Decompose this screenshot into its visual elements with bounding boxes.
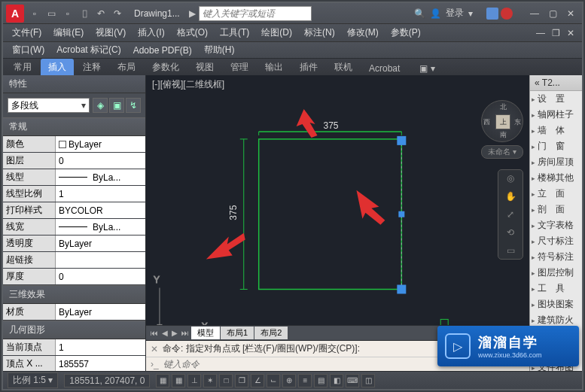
rp-item-7[interactable]: 剖 面 [530,202,582,217]
prop-thickness-value[interactable]: 0 [56,269,145,284]
dropdown-icon[interactable]: ▾ [468,8,473,19]
maximize-button[interactable]: ▢ [544,7,561,20]
orbit-icon[interactable]: ⟲ [507,227,514,238]
prop-transparency-value[interactable]: ByLayer [56,236,145,251]
prop-material-value[interactable]: ByLayer [56,304,145,320]
sc-icon[interactable]: ⌨ [346,374,359,387]
3dosnap-icon[interactable]: ❒ [235,374,248,387]
lwt-icon[interactable]: ≡ [298,374,312,387]
rp-item-6[interactable]: 立 面 [530,186,582,202]
tpy-icon[interactable]: ▤ [314,374,328,387]
menu-adobe-pdf[interactable]: Adobe PDF(B) [129,44,197,57]
rp-item-10[interactable]: 符号标注 [530,249,582,265]
cat-3d[interactable]: 三维效果 [3,285,145,304]
plot-icon[interactable]: ⌷ [77,6,92,21]
doc-restore[interactable]: ❐ [549,28,562,38]
help-icon[interactable] [501,8,513,20]
tab-manage[interactable]: 管理 [223,59,256,75]
select-objects-icon[interactable]: ▣ [109,98,124,113]
menu-view[interactable]: 视图(V) [91,25,130,41]
showmotion-icon[interactable]: ▭ [507,245,515,256]
menu-file[interactable]: 文件(F) [8,25,46,41]
rp-item-9[interactable]: 尺寸标注 [530,233,582,249]
object-type-combo[interactable]: 多段线 [8,98,90,113]
prop-lineweight-value[interactable]: ByLa... [56,219,145,235]
ortho-icon[interactable]: ⊥ [187,374,201,387]
steering-wheel-icon[interactable]: ◎ [507,173,514,184]
rp-item-5[interactable]: 楼梯其他 [530,170,582,186]
tab-plugins[interactable]: 插件 [292,59,325,75]
rp-item-12[interactable]: 工 具 [530,281,582,296]
menu-help[interactable]: 帮助(H) [200,42,239,58]
save-icon[interactable]: ▫ [60,6,75,21]
otrack-icon[interactable]: ∠ [251,374,264,387]
tab-online[interactable]: 联机 [327,59,360,75]
tab-last-icon[interactable]: ⏭ [180,329,190,337]
view-cube[interactable]: 北 南 西 东 上 未命名 ▾ [481,100,523,157]
menu-acrobat-mark[interactable]: Acrobat 标记(C) [52,42,125,58]
pan-icon[interactable]: ✋ [505,191,516,202]
open-icon[interactable]: ▭ [44,6,59,21]
rp-item-4[interactable]: 房间屋顶 [530,154,582,170]
close-cmd-icon[interactable]: ✕ [151,344,158,354]
tab-view[interactable]: 视图 [188,59,221,75]
prop-hyperlink-value[interactable] [56,252,145,268]
play-icon[interactable]: ▶ [189,8,196,19]
tab-expand[interactable]: ▣ ▾ [412,61,442,75]
tab-first-icon[interactable]: ⏮ [149,329,160,337]
doc-minimize[interactable]: — [534,28,547,38]
undo-icon[interactable]: ↶ [93,6,108,21]
am-icon[interactable]: ◫ [361,374,375,387]
rp-item-11[interactable]: 图层控制 [530,265,582,281]
tab-output[interactable]: 输出 [257,59,291,75]
rp-title-chevron[interactable]: « [535,77,540,88]
tab-annotate[interactable]: 注释 [75,59,108,75]
login-link[interactable]: 登录 [446,7,464,20]
tab-home[interactable]: 常用 [6,59,39,75]
menu-dimension[interactable]: 标注(N) [300,25,340,41]
tab-next-icon[interactable]: ▶ [170,329,179,337]
prop-linetype-value[interactable]: ByLa... [56,169,145,185]
menu-format[interactable]: 格式(O) [172,25,212,41]
menu-tools[interactable]: 工具(T) [215,25,254,41]
menu-edit[interactable]: 编辑(E) [49,25,88,41]
redo-icon[interactable]: ↷ [110,6,125,21]
tab-layout1[interactable]: 布局1 [221,327,254,339]
prop-curvertex-value[interactable]: 1 [56,339,145,355]
tab-layout[interactable]: 布局 [110,59,143,75]
close-button[interactable]: ✕ [562,7,579,20]
tab-acrobat[interactable]: Acrobat [361,61,407,75]
quick-select-icon[interactable]: ◈ [93,98,108,113]
qp-icon[interactable]: ◧ [330,374,343,387]
rp-item-13[interactable]: 图块图案 [530,296,582,312]
viewcube-face[interactable]: 上 [495,114,510,129]
prop-color-value[interactable]: ByLayer [56,136,145,152]
dyn-icon[interactable]: ⊕ [282,374,296,387]
prop-ltscale-value[interactable]: 1 [56,186,145,202]
tab-layout2[interactable]: 布局2 [254,327,288,339]
menu-param[interactable]: 参数(P) [386,25,425,41]
rp-item-2[interactable]: 墙 体 [530,123,582,138]
drawing-canvas[interactable]: X Y 375 [146,94,529,325]
tab-parametric[interactable]: 参数化 [145,59,187,75]
search-input[interactable] [200,8,311,19]
status-coords[interactable]: 185511, 207407, 0 [64,374,150,387]
viewport-label[interactable]: [-][俯视][二维线框] [146,75,529,94]
search-box[interactable] [199,6,312,21]
osnap-icon[interactable]: □ [219,374,233,387]
doc-close[interactable]: ✕ [564,28,577,38]
ucs-unnamed[interactable]: 未命名 ▾ [481,145,523,159]
toggle-pickadd-icon[interactable]: ↯ [126,98,141,113]
tab-prev-icon[interactable]: ◀ [160,329,169,337]
cat-general[interactable]: 常规 [3,117,145,136]
rp-item-1[interactable]: 轴网柱子 [530,107,582,123]
tab-insert[interactable]: 插入 [41,59,74,75]
menu-insert[interactable]: 插入(I) [133,25,169,41]
app-logo[interactable]: A [6,5,24,23]
prop-layer-value[interactable]: 0 [56,153,145,169]
zoom-icon[interactable]: ⤢ [507,209,514,220]
infocenter-icon[interactable]: 🔍 [414,8,425,19]
prop-vertexx-value[interactable]: 185557 [56,356,145,372]
user-icon[interactable]: 👤 [430,8,441,19]
new-icon[interactable]: ▫ [27,6,42,21]
